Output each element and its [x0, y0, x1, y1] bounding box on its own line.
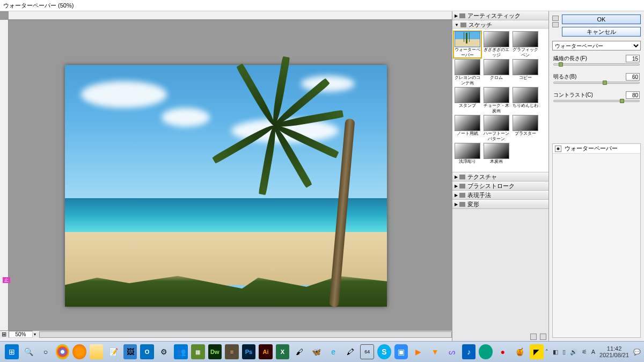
slider-thumb[interactable] — [620, 99, 624, 103]
slider-track[interactable] — [553, 82, 640, 84]
skype-icon[interactable]: S — [377, 344, 391, 359]
clock[interactable]: 11:42 2021/08/21 — [599, 345, 629, 358]
teams-icon[interactable]: 👥 — [174, 344, 188, 359]
media-icon[interactable]: ▶ — [411, 344, 425, 359]
slider-thumb[interactable] — [559, 62, 563, 67]
tray-icon[interactable]: ◧ — [553, 349, 558, 356]
category-distort[interactable]: ▶変形 — [452, 200, 548, 208]
filter-thumb-2[interactable]: グラフィックペン — [511, 31, 539, 58]
notepad-icon[interactable]: 📝 — [106, 344, 120, 359]
app-icon-3[interactable] — [479, 344, 493, 359]
taskbar: ⊞ 🔍 ○ 📝 🖼 O ⚙ 👥 ▦ Dw ≡ Ps Ai X 🖌 🦋 e 🖍 6… — [0, 341, 644, 362]
category-texture[interactable]: ▶テクスチャ — [452, 172, 548, 181]
visibility-icon[interactable] — [555, 146, 561, 152]
thumb-preview — [455, 143, 480, 159]
thumb-label: ハーフトーンパターン — [482, 131, 510, 142]
ok-button[interactable]: OK — [562, 15, 641, 24]
sublime-icon[interactable]: ≡ — [225, 344, 239, 359]
slider-track[interactable] — [553, 63, 640, 66]
folder-icon — [459, 193, 465, 198]
zoom-out-button[interactable] — [552, 22, 559, 27]
system-tray[interactable]: ˄ ◧ ▯ 🔊 ⚟ A 11:42 2021/08/21 💬 — [545, 345, 641, 358]
music-icon[interactable]: ♪ — [462, 344, 476, 359]
filter-thumb-8[interactable]: ちりめんじわ — [511, 87, 539, 114]
filter-thumb-10[interactable]: ハーフトーンパターン — [482, 115, 510, 142]
app-icon-4[interactable]: ◤ — [530, 344, 544, 359]
zoom-caret-icon[interactable]: ▾ — [34, 332, 36, 337]
notifications-icon[interactable]: 💬 — [633, 349, 641, 356]
thumb-label: プラスター — [511, 131, 539, 142]
firefox-icon[interactable] — [72, 344, 86, 359]
category-artistic[interactable]: ▶ アーティスティック — [452, 11, 548, 20]
photoshop-icon[interactable]: Ps — [242, 344, 256, 359]
category-brush[interactable]: ▶ブラシストローク — [452, 182, 548, 190]
edge-icon[interactable]: e — [326, 344, 340, 359]
slider-thumb[interactable] — [603, 81, 607, 85]
settings-icon[interactable]: ⚙ — [157, 344, 171, 359]
ruler-horizontal — [9, 11, 452, 20]
dreamweaver-icon[interactable]: Dw — [208, 344, 222, 359]
slider-value-input[interactable] — [626, 55, 640, 62]
photos-icon[interactable]: 🖼 — [123, 344, 137, 359]
filter-thumb-1[interactable]: ぎざぎざのエッジ — [482, 31, 510, 58]
butterfly-icon[interactable]: 🦋 — [310, 344, 324, 359]
search-icon[interactable]: 🔍 — [22, 344, 36, 359]
slider-value-input[interactable] — [626, 73, 640, 81]
filter-thumb-6[interactable]: スタンプ — [453, 87, 481, 114]
category-sketch[interactable]: ▼ スケッチ — [452, 20, 548, 29]
canvas-viewport[interactable] — [9, 20, 452, 330]
canvas-area: 止 ⊞ 50% ▾ — [0, 11, 452, 338]
filter-thumb-0[interactable]: ウォーターペーパー — [453, 31, 481, 58]
filter-thumb-7[interactable]: チョーク・木炭画 — [482, 87, 510, 114]
app-icon[interactable]: ▦ — [191, 344, 205, 359]
layer-label: ウォーターペーパー — [565, 144, 618, 153]
zoom-level[interactable]: 50% — [9, 331, 33, 338]
thumb-label: ノート用紙 — [453, 131, 481, 142]
filter-thumb-9[interactable]: ノート用紙 — [453, 115, 481, 142]
illustrator-icon[interactable]: Ai — [259, 344, 273, 359]
effect-layers: ウォーターペーパー — [552, 143, 641, 338]
zoom-icon[interactable]: ▣ — [394, 344, 408, 359]
chevron-up-icon[interactable]: ˄ — [545, 349, 548, 356]
trash-icon[interactable] — [540, 334, 546, 340]
new-layer-icon[interactable] — [530, 334, 537, 340]
ime-icon[interactable]: A — [591, 349, 595, 355]
cancel-button[interactable]: キャンセル — [562, 27, 641, 37]
start-button[interactable]: ⊞ — [5, 344, 19, 359]
outlook-icon[interactable]: O — [140, 344, 154, 359]
chrome-icon[interactable] — [56, 344, 70, 359]
filter-thumb-13[interactable]: 木炭画 — [482, 143, 510, 170]
filter-thumb-4[interactable]: クロム — [482, 59, 510, 86]
filter-thumb-3[interactable]: クレヨンのコンテ画 — [453, 59, 481, 86]
explorer-icon[interactable] — [90, 344, 104, 359]
app-icon-2[interactable]: ᔕ — [445, 344, 459, 359]
zoom-in-button[interactable] — [552, 16, 559, 21]
wifi-icon[interactable]: ⚟ — [582, 349, 587, 356]
category-express[interactable]: ▶表現手法 — [452, 191, 548, 199]
filter-thumbnails: ウォーターペーパーぎざぎざのエッジグラフィックペンクレヨンのコンテ画クロムコピー… — [452, 29, 548, 172]
record-icon[interactable]: ● — [496, 344, 510, 359]
effect-layer-row[interactable]: ウォーターペーパー — [553, 144, 640, 154]
thumb-label: クレヨンのコンテ画 — [453, 75, 481, 86]
brush-icon[interactable]: 🖍 — [343, 344, 357, 359]
scrollbar-horizontal[interactable] — [39, 331, 452, 338]
thumb-preview — [484, 143, 509, 159]
filter-thumb-12[interactable]: 浅浮彫り — [453, 143, 481, 170]
slider-track[interactable] — [553, 100, 640, 102]
slider-2: コントラスト(C) — [553, 91, 640, 102]
vlc-icon[interactable]: ▼ — [428, 344, 442, 359]
tray-icon[interactable]: ▯ — [562, 349, 566, 356]
filter-thumb-5[interactable]: コピー — [511, 59, 539, 86]
cortana-icon[interactable]: ○ — [39, 344, 53, 359]
honey-icon[interactable]: 🍯 — [513, 344, 527, 359]
chevron-right-icon: ▶ — [455, 184, 458, 189]
obs-icon[interactable]: 64 — [360, 344, 374, 359]
chevron-right-icon: ▶ — [455, 202, 458, 207]
expand-icon[interactable]: ⊞ — [0, 331, 8, 338]
excel-icon[interactable]: X — [276, 344, 290, 359]
filter-thumb-11[interactable]: プラスター — [511, 115, 539, 142]
filter-select[interactable]: ウォーターペーパー — [552, 41, 641, 50]
volume-icon[interactable]: 🔊 — [570, 349, 577, 356]
paint-icon[interactable]: 🖌 — [292, 344, 306, 359]
slider-value-input[interactable] — [626, 91, 640, 99]
